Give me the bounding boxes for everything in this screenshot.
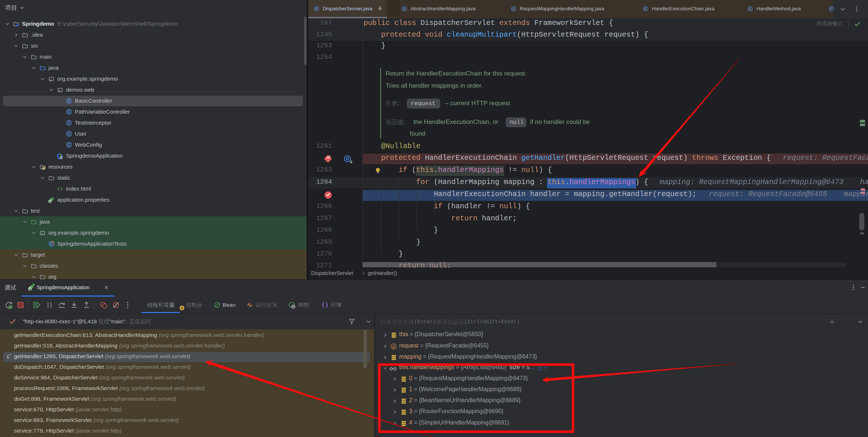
svg-text:C: C (830, 7, 833, 11)
svg-text:C: C (316, 7, 318, 11)
svg-text:C: C (403, 7, 406, 11)
svg-text:C: C (68, 99, 70, 103)
svg-text:C: C (68, 110, 70, 114)
svg-text:p: p (393, 344, 395, 349)
svg-text:C: C (645, 7, 647, 11)
svg-text:C: C (68, 121, 70, 125)
svg-text:C: C (50, 242, 52, 246)
svg-text:C: C (68, 132, 70, 136)
svg-text:C: C (513, 7, 515, 11)
svg-text:C: C (68, 143, 70, 147)
svg-text:C: C (749, 7, 752, 11)
